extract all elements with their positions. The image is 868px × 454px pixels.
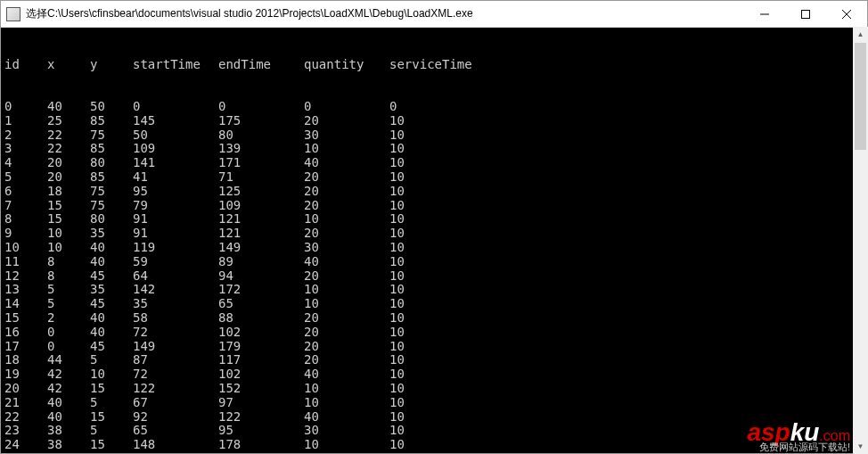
- table-row: 71575791092010: [4, 199, 864, 213]
- cell-starttime: 65: [133, 424, 218, 438]
- table-row: 322851091391010: [4, 142, 864, 156]
- minimize-icon: [760, 10, 769, 19]
- cell-starttime: 64: [133, 269, 218, 284]
- cell-endtime: 109: [218, 199, 304, 213]
- cell-quantity: 20: [304, 269, 389, 284]
- minimize-button[interactable]: [744, 1, 785, 27]
- cell-id: 2: [4, 128, 47, 143]
- cell-id: 17: [4, 340, 47, 354]
- scroll-up-button[interactable]: ▲: [853, 27, 868, 42]
- header-quantity: quantity: [304, 58, 389, 72]
- cell-quantity: 30: [304, 424, 389, 438]
- cell-id: 6: [4, 185, 47, 199]
- cell-starttime: 122: [133, 382, 218, 396]
- cell-id: 0: [4, 100, 47, 114]
- cell-quantity: 40: [304, 255, 389, 269]
- table-row: 170451491792010: [4, 340, 864, 354]
- cell-x: 10: [47, 227, 90, 241]
- table-row: 1284564942010: [4, 269, 864, 284]
- window-title: 选择C:\Users\cfinsbear\documents\visual st…: [26, 6, 744, 21]
- cell-id: 23: [4, 424, 47, 438]
- cell-servicetime: 10: [389, 170, 475, 185]
- cell-quantity: 10: [304, 297, 389, 311]
- cell-servicetime: 10: [389, 311, 475, 326]
- cell-y: 85: [90, 142, 133, 156]
- cell-y: 5: [90, 396, 133, 410]
- cell-quantity: 20: [304, 227, 389, 241]
- cell-quantity: 10: [304, 438, 389, 452]
- cell-endtime: 88: [218, 311, 304, 326]
- cell-servicetime: 10: [389, 156, 475, 170]
- cell-id: 15: [4, 311, 47, 326]
- cell-endtime: 80: [218, 128, 304, 143]
- table-row: 2338565953010: [4, 424, 864, 438]
- table-header-row: idxystartTimeendTimequantityserviceTime: [4, 58, 864, 72]
- cell-quantity: 40: [304, 367, 389, 382]
- cell-starttime: 91: [133, 212, 218, 227]
- cell-endtime: 178: [218, 438, 304, 452]
- cell-y: 15: [90, 410, 133, 425]
- cell-starttime: 79: [133, 199, 218, 213]
- cell-quantity: 20: [304, 114, 389, 128]
- scrollbar-thumb[interactable]: [855, 43, 866, 150]
- table-row: 2042151221521010: [4, 382, 864, 396]
- cell-y: 35: [90, 283, 133, 297]
- cell-servicetime: 10: [389, 241, 475, 255]
- cell-servicetime: 10: [389, 269, 475, 284]
- cell-servicetime: 10: [389, 128, 475, 143]
- cell-y: 50: [90, 100, 133, 114]
- cell-x: 10: [47, 241, 90, 255]
- vertical-scrollbar[interactable]: ▲ ▼: [853, 27, 868, 454]
- cell-starttime: 0: [133, 100, 218, 114]
- cell-endtime: 121: [218, 227, 304, 241]
- cell-servicetime: 10: [389, 367, 475, 382]
- cell-id: 7: [4, 199, 47, 213]
- cell-servicetime: 10: [389, 326, 475, 340]
- cell-quantity: 30: [304, 128, 389, 143]
- cell-x: 15: [47, 212, 90, 227]
- scroll-down-button[interactable]: ▼: [853, 439, 868, 454]
- cell-quantity: 10: [304, 283, 389, 297]
- cell-quantity: 0: [304, 100, 389, 114]
- table-row: 2438151481781010: [4, 438, 864, 452]
- close-button[interactable]: [826, 1, 867, 27]
- cell-quantity: 10: [304, 382, 389, 396]
- cell-y: 80: [90, 212, 133, 227]
- table-row: 16040721022010: [4, 326, 864, 340]
- cell-quantity: 30: [304, 241, 389, 255]
- table-row: 1454535651010: [4, 297, 864, 311]
- cell-x: 0: [47, 326, 90, 340]
- header-id: id: [4, 58, 47, 72]
- cell-endtime: 121: [218, 212, 304, 227]
- table-row: 135351421721010: [4, 283, 864, 297]
- cell-id: 14: [4, 297, 47, 311]
- cell-x: 25: [47, 114, 90, 128]
- header-x: x: [47, 58, 90, 72]
- cell-y: 5: [90, 452, 133, 453]
- cell-quantity: 20: [304, 340, 389, 354]
- cell-endtime: 122: [218, 410, 304, 425]
- console-output[interactable]: idxystartTimeendTimequantityserviceTime …: [1, 28, 867, 453]
- cell-y: 75: [90, 128, 133, 143]
- cell-servicetime: 10: [389, 410, 475, 425]
- cell-endtime: 0: [218, 100, 304, 114]
- cell-servicetime: 10: [389, 353, 475, 367]
- header-starttime: startTime: [133, 58, 218, 72]
- cell-starttime: 109: [133, 142, 218, 156]
- cell-x: 5: [47, 283, 90, 297]
- header-servicetime: serviceTime: [389, 58, 475, 72]
- cell-starttime: 67: [133, 396, 218, 410]
- cell-x: 20: [47, 156, 90, 170]
- table-row: 1010401191493010: [4, 241, 864, 255]
- cell-quantity: 10: [304, 212, 389, 227]
- cell-x: 5: [47, 297, 90, 311]
- cell-x: 20: [47, 170, 90, 185]
- cell-endtime: 94: [218, 269, 304, 284]
- cell-id: 21: [4, 396, 47, 410]
- cell-endtime: 125: [218, 185, 304, 199]
- titlebar[interactable]: 选择C:\Users\cfinsbear\documents\visual st…: [1, 1, 867, 28]
- cell-endtime: 65: [218, 297, 304, 311]
- maximize-button[interactable]: [785, 1, 826, 27]
- cell-y: 15: [90, 438, 133, 452]
- cell-starttime: 92: [133, 410, 218, 425]
